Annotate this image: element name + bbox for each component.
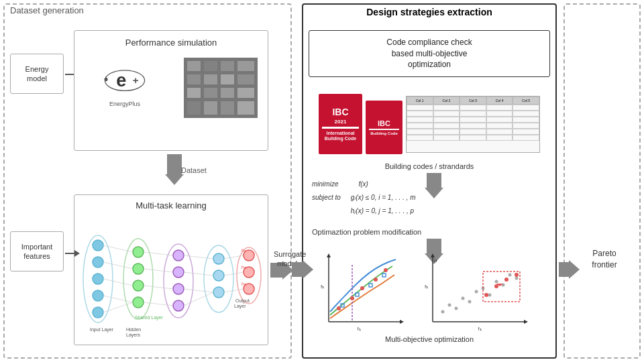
svg-line-56 (184, 289, 213, 292)
svg-point-104 (484, 293, 488, 297)
svg-point-99 (508, 274, 512, 277)
dataset-section-title: Dataset generation (10, 5, 84, 15)
svg-rect-14 (204, 88, 217, 98)
svg-line-60 (224, 289, 244, 292)
svg-point-38 (213, 270, 224, 281)
codes-table: Col 1 Col 2 Col 3 Col 4 Col 5 (406, 96, 540, 153)
svg-rect-19 (221, 101, 234, 115)
svg-rect-17 (187, 101, 201, 115)
optim-problem-label: Optimaztion problem modification (312, 228, 421, 236)
svg-point-76 (360, 286, 364, 290)
svg-point-22 (93, 257, 103, 267)
svg-point-39 (213, 287, 224, 298)
svg-point-97 (495, 280, 498, 284)
svg-point-35 (173, 300, 184, 311)
svg-marker-73 (400, 320, 404, 324)
svg-text:f₁: f₁ (478, 326, 481, 332)
svg-text:Input Layer: Input Layer (90, 327, 114, 333)
multitask-box: Multi-task learning (74, 194, 268, 345)
formula-gi: gᵢ(x) ≤ 0, i = 1, . . . , m (351, 191, 416, 204)
energy-model-box: Energy model (10, 54, 64, 94)
formula-minimize-label: minimize (312, 178, 338, 191)
svg-line-47 (103, 279, 133, 286)
svg-rect-105 (483, 272, 520, 302)
svg-rect-18 (204, 101, 217, 115)
svg-marker-72 (327, 253, 331, 257)
svg-point-23 (93, 274, 103, 284)
formula-hj: hⱼ(x) = 0, j = 1, . . . , p (351, 204, 416, 218)
svg-rect-79 (341, 304, 344, 307)
formula-area: minimize f(x) subject to gᵢ(x) ≤ 0, i = … (312, 178, 547, 221)
svg-point-91 (455, 307, 458, 310)
svg-point-96 (488, 294, 492, 297)
svg-text:Layers: Layers (126, 333, 141, 338)
svg-point-21 (93, 240, 103, 251)
svg-point-74 (337, 306, 341, 310)
svg-line-48 (103, 296, 133, 302)
diagram-container: Dataset generation Design strategies ext… (0, 0, 644, 362)
svg-point-78 (384, 268, 388, 272)
svg-text:h₁: h₁ (241, 248, 246, 253)
ibc-book-2: IBC Building Code (366, 101, 402, 154)
nn-svg: Input Layer Hidden Layers Output Layer h… (78, 219, 266, 343)
svg-line-58 (224, 255, 244, 259)
multi-obj-label: Multi-objective optimization (305, 335, 553, 343)
svg-line-52 (144, 286, 173, 289)
svg-point-28 (133, 263, 144, 274)
svg-point-101 (515, 273, 519, 277)
dataset-label: Dataset (181, 166, 207, 174)
nn-visualization: Input Layer Hidden Layers Output Layer h… (78, 219, 266, 339)
svg-point-92 (462, 297, 465, 300)
svg-point-24 (93, 290, 103, 301)
svg-point-37 (213, 253, 224, 264)
svg-rect-80 (356, 293, 359, 296)
svg-text:f₂: f₂ (425, 284, 428, 290)
svg-point-3 (105, 77, 108, 80)
svg-rect-20 (237, 101, 254, 115)
ep-orbit-graphic: e + (101, 62, 148, 99)
arrow-surrogate-to-design (292, 260, 313, 279)
svg-point-77 (374, 278, 378, 282)
svg-line-55 (184, 272, 213, 276)
svg-point-27 (133, 247, 144, 257)
svg-text:Shared Layer: Shared Layer (135, 315, 164, 320)
building-codes-label: Building codes / strandards (305, 162, 553, 170)
building-svg (184, 58, 258, 118)
svg-rect-10 (204, 74, 217, 84)
svg-text:Output: Output (235, 298, 250, 304)
svg-rect-82 (382, 274, 386, 277)
formula-subject-label: subject to (312, 191, 341, 204)
perf-sim-box: Performance simulation e + EnergyPlus (74, 30, 268, 151)
svg-rect-5 (187, 61, 201, 71)
building-codes-area: IBC 2021 International Building Code IBC… (309, 87, 550, 161)
svg-point-90 (448, 304, 451, 307)
svg-point-30 (133, 297, 144, 308)
svg-text:h₃: h₃ (241, 282, 246, 286)
energyplus-logo: e + EnergyPlus (85, 58, 165, 111)
building-facade-image (184, 58, 258, 118)
svg-text:h₂: h₂ (241, 265, 246, 269)
svg-rect-16 (237, 88, 254, 98)
svg-point-93 (468, 300, 472, 304)
svg-line-46 (103, 262, 133, 269)
svg-point-103 (494, 284, 498, 288)
svg-point-33 (173, 267, 184, 278)
ibc-book-1: IBC 2021 International Building Code (319, 94, 362, 154)
energyplus-svg: e + (101, 62, 148, 99)
svg-point-75 (350, 296, 354, 300)
svg-point-102 (504, 278, 508, 282)
svg-text:Layer: Layer (234, 304, 246, 309)
multitask-title: Multi-task learning (74, 200, 268, 210)
svg-line-49 (103, 302, 133, 312)
svg-point-34 (173, 284, 184, 294)
svg-point-25 (93, 307, 103, 318)
section-output (564, 3, 641, 359)
svg-point-32 (173, 250, 184, 261)
svg-rect-13 (187, 88, 201, 98)
svg-rect-15 (221, 88, 234, 98)
svg-rect-7 (221, 61, 234, 71)
important-features-box: Important features (10, 231, 64, 272)
arrow-features-to-multitask (65, 250, 80, 257)
formula-fx: f(x) (358, 178, 368, 191)
pareto-frontier-label: Pareto frontier (568, 248, 641, 271)
